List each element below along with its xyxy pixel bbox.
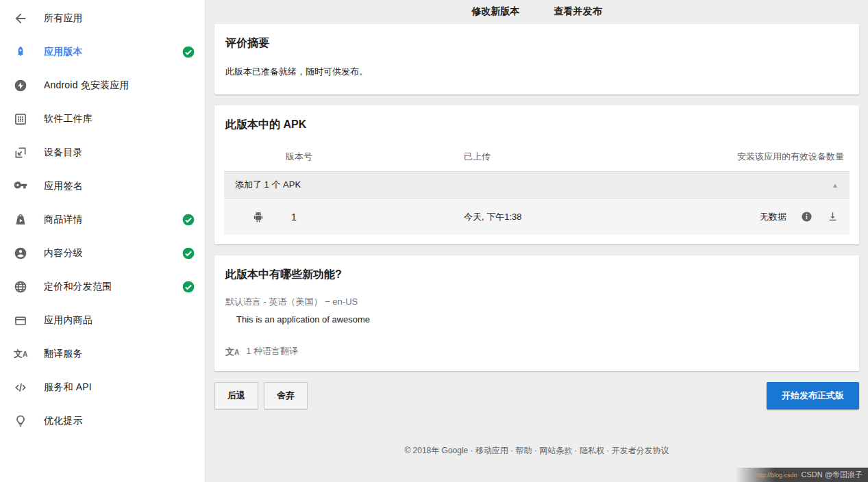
sidebar-item-artifact-library[interactable]: 软件工件库 — [0, 102, 205, 136]
back-button[interactable]: 后退 — [214, 382, 258, 409]
sidebar-item-label: 应用签名 — [44, 180, 83, 192]
device-catalog-icon — [12, 144, 29, 161]
actions-bar: 后退 舍弃 开始发布正式版 — [214, 382, 859, 409]
sidebar-item-label: 商品详情 — [44, 214, 83, 226]
whats-new-title: 此版本中有哪些新功能? — [225, 268, 848, 282]
column-version-code: 版本号 — [224, 151, 464, 163]
translate-icon: 文A — [225, 346, 239, 357]
apk-version-code: 1 — [291, 212, 297, 223]
sidebar-item-app-signing[interactable]: 应用签名 — [0, 169, 205, 203]
back-arrow-icon — [12, 10, 29, 27]
key-icon — [12, 178, 29, 194]
column-active-devices: 安装该应用的有效设备数量 — [690, 151, 850, 163]
lightbulb-icon — [12, 413, 29, 429]
sidebar-item-label: 软件工件库 — [44, 113, 92, 125]
tab-review-publish[interactable]: 查看并发布 — [554, 5, 602, 23]
sidebar-item-label: 应用内商品 — [44, 314, 92, 327]
translate-icon: 文A — [12, 346, 29, 362]
info-icon[interactable] — [800, 211, 813, 223]
store-listing-icon — [12, 212, 29, 228]
sidebar-item-label: 服务和 API — [44, 381, 92, 394]
translations-row[interactable]: 文A 1 种语言翻译 — [225, 345, 848, 357]
watermark-label: CSDN @帝国浪子 — [802, 470, 863, 480]
main-content: 修改新版本 查看并发布 评价摘要 此版本已准备就绪，随时可供发布。 此版本中的 … — [206, 0, 868, 482]
globe-icon — [12, 279, 29, 295]
column-uploaded: 已上传 — [464, 151, 690, 163]
apk-table-header: 版本号 已上传 安装该应用的有效设备数量 — [224, 142, 850, 172]
check-complete-icon — [182, 246, 195, 260]
instant-apps-icon — [12, 77, 29, 94]
content-rating-icon — [12, 245, 29, 262]
apk-group-label: 添加了 1 个 APK — [235, 179, 301, 191]
sidebar-item-label: 设备目录 — [44, 147, 83, 159]
check-complete-icon — [182, 45, 195, 59]
download-icon[interactable] — [826, 211, 839, 223]
sidebar-back-all-apps[interactable]: 所有应用 — [0, 1, 205, 35]
apk-card-title: 此版本中的 APK — [214, 118, 859, 132]
watermark-url: http://blog.csdn — [756, 472, 797, 479]
artifact-library-icon — [12, 111, 29, 127]
sidebar-back-label: 所有应用 — [44, 12, 83, 25]
apk-card: 此版本中的 APK 版本号 已上传 安装该应用的有效设备数量 添加了 1 个 A… — [214, 105, 859, 244]
sidebar-item-label: 翻译服务 — [44, 348, 83, 360]
apk-group-row[interactable]: 添加了 1 个 APK ▲ — [224, 172, 850, 198]
apk-active-devices: 无数据 — [760, 211, 786, 223]
sidebar-item-label: 应用版本 — [44, 46, 83, 58]
rocket-icon — [12, 44, 29, 60]
sidebar-item-in-app-products[interactable]: 应用内商品 — [0, 303, 205, 337]
sidebar-item-instant-apps[interactable]: Android 免安装应用 — [0, 68, 205, 102]
watermark: http://blog.csdn CSDN @帝国浪子 — [735, 468, 868, 482]
release-steps-bar: 修改新版本 查看并发布 — [206, 0, 868, 23]
default-language-label: 默认语言 - 英语（美国） − en-US — [225, 296, 848, 308]
sidebar-item-pricing-distribution[interactable]: 定价和分发范围 — [0, 270, 205, 303]
sidebar-item-label: 内容分级 — [44, 247, 83, 259]
summary-card-body: 此版本已准备就绪，随时可供发布。 — [225, 66, 848, 78]
sidebar-item-optimization-tips[interactable]: 优化提示 — [0, 404, 205, 437]
whats-new-card: 此版本中有哪些新功能? 默认语言 - 英语（美国） − en-US This i… — [214, 255, 859, 371]
release-notes-text: This is an application of awesome — [236, 314, 848, 325]
summary-card-title: 评价摘要 — [225, 36, 848, 51]
review-summary-card: 评价摘要 此版本已准备就绪，随时可供发布。 — [214, 24, 859, 94]
sidebar-item-app-releases[interactable]: 应用版本 — [0, 35, 205, 68]
sidebar-item-label: 优化提示 — [44, 415, 83, 427]
sidebar-item-content-rating[interactable]: 内容分级 — [0, 236, 205, 270]
check-complete-icon — [182, 213, 195, 227]
services-api-icon — [12, 379, 29, 396]
sidebar-item-label: Android 免安装应用 — [44, 79, 129, 92]
apk-table-row: 1 今天, 下午1:38 无数据 — [224, 198, 850, 235]
sidebar-item-translation-service[interactable]: 文A 翻译服务 — [0, 337, 205, 370]
sidebar-item-device-catalog[interactable]: 设备目录 — [0, 136, 205, 169]
android-robot-icon — [251, 210, 265, 224]
apk-table: 版本号 已上传 安装该应用的有效设备数量 添加了 1 个 APK ▲ 1 今天 — [224, 142, 850, 235]
sidebar-item-store-listing[interactable]: 商品详情 — [0, 203, 205, 236]
collapse-caret-icon[interactable]: ▲ — [832, 181, 839, 189]
footer-links[interactable]: © 2018年 Google · 移动应用 · 帮助 · 网站条款 · 隐私权 … — [214, 445, 859, 457]
start-rollout-button[interactable]: 开始发布正式版 — [767, 382, 859, 409]
sidebar-item-label: 定价和分发范围 — [44, 281, 112, 293]
wallet-icon — [12, 312, 29, 329]
tab-edit-release[interactable]: 修改新版本 — [472, 5, 520, 23]
sidebar: 所有应用 应用版本 Android 免安装应用 软件工件库 设备目录 应用签名 — [0, 0, 206, 482]
check-complete-icon — [182, 280, 195, 294]
translations-count-label: 1 种语言翻译 — [246, 345, 298, 357]
apk-uploaded-time: 今天, 下午1:38 — [464, 211, 690, 223]
discard-button[interactable]: 舍弃 — [264, 382, 308, 409]
sidebar-item-services-api[interactable]: 服务和 API — [0, 370, 205, 404]
